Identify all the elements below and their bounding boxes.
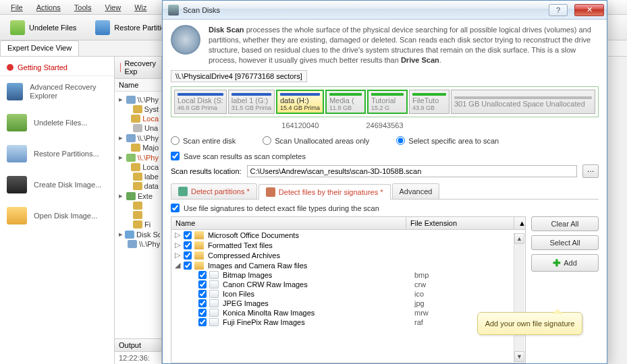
save-results-label: Save scan results as scan completes [184, 152, 306, 160]
folder-icon [7, 207, 27, 224]
undelete-files-button[interactable]: Undelete Files [4, 18, 82, 38]
sidebar-label: Restore Partitions... [34, 150, 99, 158]
menu-wizards[interactable]: Wiz [129, 2, 152, 13]
add-button[interactable]: ✚Add [531, 254, 599, 272]
device-tree[interactable]: ▸\\.\PhySystLocaUna▸\\.\PhyMajo▸\\.\PhyL… [115, 92, 161, 338]
description: Disk Scan processes the whole surface of… [171, 25, 599, 66]
dialog-titlebar[interactable]: Scan Disks ? ✕ [163, 1, 607, 20]
select-all-button[interactable]: Select All [531, 235, 599, 250]
use-signatures-checkbox[interactable] [171, 204, 180, 212]
disk-map[interactable]: Local Disk (S:46.8 GB Primalabel 1 (G:)3… [171, 86, 599, 117]
partition-block[interactable]: Tutorial15.2 G [367, 90, 408, 114]
menu-view[interactable]: View [100, 2, 127, 13]
tree-row[interactable]: Loca [116, 114, 160, 123]
partition-block[interactable]: Media (11.8 GB [325, 90, 366, 114]
dialog-tabs: Detect partitions * Detect files by thei… [171, 183, 599, 200]
help-button[interactable]: ? [549, 4, 568, 16]
clear-all-button[interactable]: Clear All [531, 216, 599, 231]
tree-row[interactable]: ▸Disk Scan [116, 229, 160, 239]
dialog-title: Scan Disks [183, 6, 545, 14]
name-column-header[interactable]: Name [115, 79, 161, 92]
getting-started-link[interactable]: Getting Started [0, 59, 114, 76]
scan-disks-icon [168, 5, 179, 16]
output-timestamp: 12:22:36: [115, 352, 161, 364]
sidebar-item-restore-partitions[interactable]: Restore Partitions... [0, 138, 114, 169]
sidebar-item-advanced-recovery[interactable]: Advanced Recovery Explorer [0, 76, 114, 107]
partition-block[interactable]: label 1 (G:)31.5 GB Prima [228, 90, 275, 114]
callout-tooltip: Add your own file signature [477, 312, 582, 335]
menu-actions[interactable]: Actions [31, 2, 66, 13]
file-type-row[interactable]: Icon Filesico [171, 289, 525, 299]
col-ext[interactable]: File Extension [406, 217, 514, 229]
sidebar-item-open-image[interactable]: Open Disk Image... [0, 200, 114, 231]
file-type-row[interactable]: JPEG Imagesjpg [171, 299, 525, 308]
recovery-icon [120, 63, 121, 72]
partition-block[interactable]: 301 GB Unallocated Space Unallocated [451, 90, 595, 114]
explorer-panel: Recovery Exp Name ▸\\.\PhySystLocaUna▸\\… [115, 57, 162, 364]
col-scroll: ▲ [514, 217, 525, 229]
plus-icon: ✚ [553, 257, 561, 268]
tree-row[interactable]: Loca [116, 162, 160, 172]
partition-block[interactable]: FileTuto43.9 GB [409, 90, 449, 114]
file-type-row[interactable]: Canon CRW Raw Imagescrw [171, 280, 525, 289]
recovery-label: Recovery Exp [125, 59, 156, 75]
description-text: Disk Scan processes the whole surface of… [209, 25, 599, 65]
partition-block[interactable]: Local Disk (S:46.8 GB Prima [174, 90, 227, 114]
tree-row[interactable] [116, 201, 160, 210]
scan-location-input[interactable] [247, 165, 577, 177]
menu-tools[interactable]: Tools [69, 2, 97, 13]
output-header: Output [115, 339, 161, 352]
scan-disks-dialog: Scan Disks ? ✕ Disk Scan processes the w… [162, 0, 607, 364]
tree-row[interactable]: data [116, 181, 160, 191]
file-group-row[interactable]: ▷Compressed Archives [171, 250, 525, 260]
file-type-row[interactable]: Bitmap Imagesbmp [171, 270, 525, 280]
close-button[interactable]: ✕ [574, 4, 604, 16]
physical-drive-label: \\.\PhysicalDrive4 [976773168 sectors] [171, 70, 307, 82]
getting-started-label: Getting Started [18, 63, 67, 71]
partitions-tab-icon [178, 187, 188, 196]
menu-file[interactable]: File [5, 2, 28, 13]
tab-expert-device-view[interactable]: Expert Device View [0, 40, 79, 56]
files-tab-icon [266, 187, 275, 197]
file-group-row[interactable]: ▷Microsoft Office Documents [171, 230, 525, 240]
col-name[interactable]: Name [171, 217, 406, 229]
use-signatures-label: Use file signatures to detect exact file… [184, 204, 379, 212]
radio-scan-entire[interactable]: Scan entire disk [171, 136, 236, 145]
tree-row[interactable]: Fi [116, 220, 160, 229]
browse-button[interactable]: … [582, 164, 599, 178]
sidebar-item-create-image[interactable]: Create Disk Image... [0, 169, 114, 200]
sidebar-label: Create Disk Image... [34, 181, 101, 189]
partition-block[interactable]: data (H:)15.4 GB Prima [276, 90, 324, 114]
disk-scan-icon [171, 25, 200, 55]
tree-row[interactable] [116, 210, 160, 220]
tree-row[interactable]: ▸Exte [116, 191, 160, 201]
file-group-row[interactable]: ▷Formatted Text files [171, 240, 525, 250]
scan-location-label: Scan results location: [171, 167, 242, 175]
recovery-explorer-tab[interactable]: Recovery Exp [115, 57, 161, 79]
tree-row[interactable]: ▸\\.\Phy [116, 94, 160, 104]
floppy-icon [7, 176, 27, 193]
tree-row[interactable]: labe [116, 172, 160, 181]
tree-row[interactable]: \\.\Phy [116, 239, 160, 249]
file-type-row[interactable]: Konica Minolta Raw Imagesmrw [171, 308, 525, 317]
sector-numbers: 164120040246943563 [171, 121, 599, 129]
tab-detect-partitions[interactable]: Detect partitions * [171, 183, 257, 199]
partition-icon [7, 145, 27, 162]
file-group-row[interactable]: ◢Images and Camera Raw files [171, 260, 525, 270]
tree-row[interactable]: Una [116, 123, 160, 133]
file-type-row[interactable]: Fuji FinePix Raw Imagesraf [171, 317, 525, 327]
tree-row[interactable]: ▸\\.\Phy [116, 133, 160, 143]
radio-scan-specific[interactable]: Select specific area to scan [396, 136, 499, 145]
tree-row[interactable]: ▸\\.\Phy [116, 152, 160, 162]
save-results-checkbox[interactable] [171, 152, 180, 160]
scroll-down-icon[interactable]: ▼ [514, 351, 524, 362]
tree-row[interactable]: Syst [116, 104, 160, 114]
undelete-icon [10, 20, 25, 35]
radio-scan-unallocated[interactable]: Scan Unallocated areas only [263, 136, 369, 145]
scroll-up-icon[interactable]: ▲ [514, 233, 524, 244]
tab-advanced[interactable]: Advanced [392, 183, 440, 199]
scrollbar[interactable]: ▲ ▼ [514, 233, 524, 362]
sidebar-item-undelete[interactable]: Undelete Files... [0, 107, 114, 138]
tree-row[interactable]: Majo [116, 143, 160, 152]
tab-detect-files[interactable]: Detect files by their signatures * [258, 184, 391, 200]
